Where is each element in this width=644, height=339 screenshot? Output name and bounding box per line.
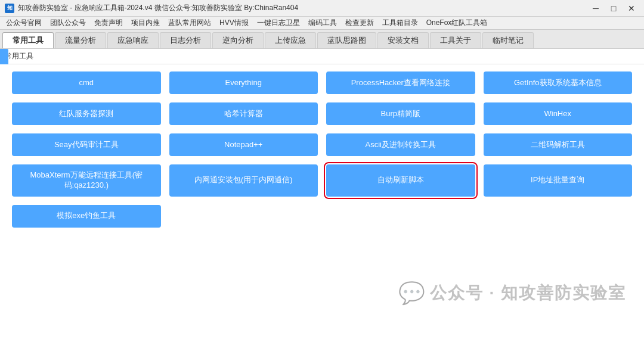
menu-item-0[interactable]: 公众号官网 (2, 17, 45, 29)
tool-btn-3-3[interactable]: IP地址批量查询 (484, 164, 633, 197)
title-bar: 知 知攻善防实验室 - 应急响应工具箱-2024.v4 微信公众号:知攻善防实验… (0, 0, 644, 17)
tab-6[interactable]: 蓝队思路图 (317, 32, 376, 48)
tool-btn-3-0[interactable]: MobaXterm万能远程连接工具(密码:qaz1230.) (12, 164, 161, 197)
tab-8[interactable]: 工具关于 (430, 32, 481, 48)
indicator-1 (0, 49, 8, 66)
menu-item-6[interactable]: 一键日志卫星 (253, 17, 304, 29)
tool-btn-0-2[interactable]: ProcessHacker查看网络连接 (326, 71, 475, 94)
watermark: 💬 公众号 · 知攻善防实验室 (398, 281, 626, 306)
tab-2[interactable]: 应急响应 (107, 32, 159, 48)
empty-cell-4-3 (484, 205, 633, 228)
menu-item-2[interactable]: 免责声明 (91, 17, 126, 29)
watermark-text: 公众号 · 知攻善防实验室 (430, 282, 626, 304)
tool-btn-1-1[interactable]: 哈希计算器 (169, 102, 318, 125)
tab-bar: 常用工具流量分析应急响应日志分析逆向分析上传应急蓝队思路图安装文档工具关于临时笔… (0, 30, 644, 49)
empty-cell-4-2 (326, 205, 475, 228)
main-content: cmdEverythingProcessHacker查看网络连接GetInfo获… (0, 64, 644, 339)
window-title: 知攻善防实验室 - 应急响应工具箱-2024.v4 微信公众号:知攻善防实验室 … (18, 3, 588, 13)
menu-item-1[interactable]: 团队公众号 (47, 17, 89, 29)
tool-btn-0-0[interactable]: cmd (12, 71, 161, 94)
tool-btn-2-0[interactable]: Seay代码审计工具 (12, 133, 161, 156)
tool-btn-4-0[interactable]: 模拟exe钓鱼工具 (12, 205, 161, 228)
maximize-button[interactable]: □ (606, 2, 621, 14)
tab-0[interactable]: 常用工具 (2, 32, 54, 48)
tool-btn-0-3[interactable]: GetInfo获取系统基本信息 (484, 71, 633, 94)
tool-btn-3-1[interactable]: 内网通安装包(用于内网通信) (169, 164, 318, 197)
menu-bar: 公众号官网团队公众号免责声明项目内推蓝队常用网站HVV情报一键日志卫星编码工具检… (0, 17, 644, 30)
tool-btn-1-0[interactable]: 红队服务器探测 (12, 102, 161, 125)
tool-btn-2-1[interactable]: Notepad++ (169, 133, 318, 156)
section-label: 常用工具 (0, 49, 644, 64)
tab-4[interactable]: 逆向分析 (212, 32, 264, 48)
tab-5[interactable]: 上传应急 (265, 32, 316, 48)
tool-btn-3-2[interactable]: 自动刷新脚本 (326, 164, 475, 197)
menu-item-5[interactable]: HVV情报 (216, 17, 252, 29)
close-button[interactable]: ✕ (624, 2, 639, 14)
tool-btn-0-1[interactable]: Everything (169, 71, 318, 94)
tool-btn-1-3[interactable]: WinHex (484, 102, 633, 125)
tool-btn-2-3[interactable]: 二维码解析工具 (484, 133, 633, 156)
wechat-icon: 💬 (398, 281, 425, 306)
tool-btn-2-2[interactable]: Ascii及进制转换工具 (326, 133, 475, 156)
menu-item-3[interactable]: 项目内推 (128, 17, 163, 29)
app-icon: 知 (5, 4, 14, 13)
tab-7[interactable]: 安装文档 (377, 32, 429, 48)
tool-btn-1-2[interactable]: Burp精简版 (326, 102, 475, 125)
tab-3[interactable]: 日志分析 (160, 32, 211, 48)
tool-grid: cmdEverythingProcessHacker查看网络连接GetInfo获… (12, 71, 632, 228)
menu-item-9[interactable]: 工具箱目录 (379, 17, 422, 29)
menu-item-10[interactable]: OneFox红队工具箱 (423, 17, 491, 29)
tab-9[interactable]: 临时笔记 (482, 32, 534, 48)
tab-1[interactable]: 流量分析 (55, 32, 106, 48)
window-controls: ─ □ ✕ (588, 2, 639, 14)
section-label-text: 常用工具 (5, 52, 33, 60)
empty-cell-4-1 (169, 205, 318, 228)
menu-item-8[interactable]: 检查更新 (342, 17, 377, 29)
minimize-button[interactable]: ─ (588, 2, 603, 14)
menu-item-4[interactable]: 蓝队常用网站 (165, 17, 215, 29)
menu-item-7[interactable]: 编码工具 (305, 17, 340, 29)
